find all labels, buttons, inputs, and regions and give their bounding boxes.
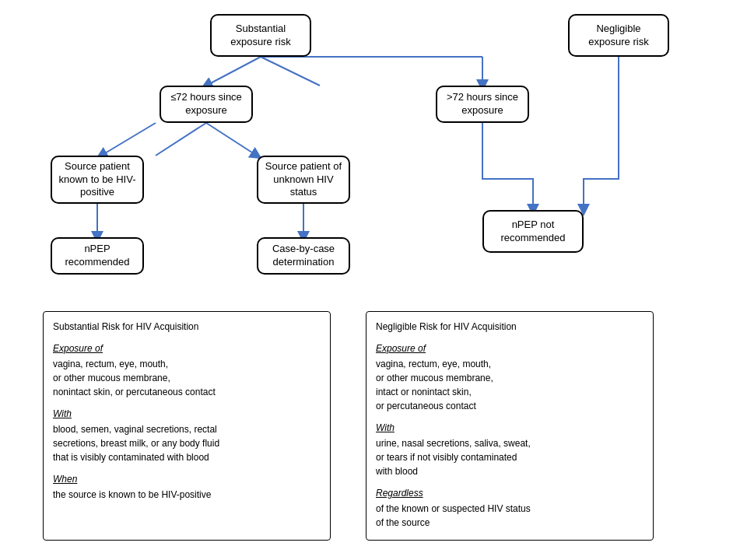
- regardless-label-negligible: Regardless: [376, 486, 644, 500]
- npep-recommended-box: nPEP recommended: [51, 237, 144, 275]
- npep-not-recommended-box: nPEP not recommended: [482, 210, 584, 253]
- negligible-risk-info: Negligible Risk for HIV Acquisition Expo…: [366, 311, 654, 541]
- exposure-content-substantial: vagina, rectum, eye, mouth,or other muco…: [53, 357, 321, 399]
- le72-box: ≤72 hours since exposure: [160, 86, 253, 123]
- with-content-substantial: blood, semen, vaginal secretions, rectal…: [53, 422, 321, 464]
- substantial-exposure-box: Substantial exposure risk: [210, 14, 311, 57]
- unknown-hiv-status-box: Source patient of unknown HIV status: [257, 156, 350, 204]
- known-hiv-positive-box: Source patient known to be HIV-positive: [51, 156, 144, 204]
- with-label-negligible: With: [376, 421, 644, 435]
- regardless-content-negligible: of the known or suspected HIV statusof t…: [376, 503, 531, 528]
- svg-line-1: [206, 57, 261, 86]
- case-by-case-box: Case-by-case determination: [257, 237, 350, 275]
- with-label-substantial: With: [53, 407, 321, 421]
- svg-line-5: [156, 123, 206, 156]
- exposure-label-negligible: Exposure of: [376, 341, 644, 355]
- when-content-substantial: the source is known to be HIV-positive: [53, 489, 211, 500]
- when-label-substantial: When: [53, 472, 321, 486]
- svg-line-2: [261, 57, 320, 86]
- negligible-risk-title: Negligible Risk for HIV Acquisition: [376, 320, 644, 334]
- svg-line-6: [206, 123, 257, 156]
- substantial-risk-title: Substantial Risk for HIV Acquisition: [53, 320, 321, 334]
- exposure-content-negligible: vagina, rectum, eye, mouth,or other muco…: [376, 357, 644, 413]
- negligible-exposure-box: Negligible exposure risk: [568, 14, 669, 57]
- substantial-risk-info: Substantial Risk for HIV Acquisition Exp…: [43, 311, 331, 541]
- gt72-box: >72 hours since exposure: [436, 86, 529, 123]
- svg-line-7: [101, 123, 156, 156]
- flowchart: Substantial exposure risk Negligible exp…: [0, 0, 747, 560]
- with-content-negligible: urine, nasal secretions, saliva, sweat,o…: [376, 436, 644, 478]
- exposure-label-substantial: Exposure of: [53, 341, 321, 355]
